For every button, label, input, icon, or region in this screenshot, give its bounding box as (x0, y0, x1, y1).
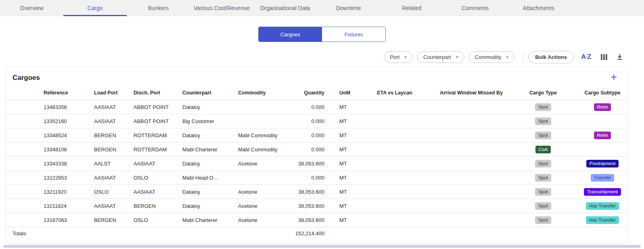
chevron-down-icon: ▼ (455, 55, 459, 59)
col-quantity[interactable]: Quantity (286, 86, 326, 100)
badge-spot: Spot (535, 103, 551, 111)
table-row[interactable]: 13343338AALSTAASIAATDataloyAcetone38,053… (6, 157, 627, 171)
col-eta-vs-laycan[interactable]: ETA vs Laycan (355, 86, 434, 100)
col-disch-port[interactable]: Disch. Port (132, 86, 181, 100)
col-reference[interactable]: Reference (42, 86, 92, 100)
table-row[interactable]: 13352160AASIAATABBOT POINTBig Customer0.… (6, 114, 627, 128)
columns-icon[interactable] (601, 51, 607, 63)
badge-spot: Spot (535, 216, 551, 224)
toggle-cargoes[interactable]: Cargoes (259, 27, 322, 42)
table-row[interactable]: 13463356AASIAATABBOT POINTDataloy0.000MT… (6, 100, 627, 114)
badge-spot: Spot (535, 202, 551, 210)
view-toggle-row: Cargoes Fixtures (0, 27, 644, 42)
filter-label: Commodity (475, 54, 502, 60)
col-cargo-subtype[interactable]: Cargo Subtype (577, 86, 627, 100)
badge-coa: CoA (535, 146, 551, 153)
tab-various-cost-revenue[interactable]: Various Cost/Revenue (190, 0, 253, 16)
add-cargo-button[interactable]: + (611, 72, 617, 83)
table-row[interactable]: 13187063BERGENOSLOMabl ChartererAcetone3… (6, 213, 627, 227)
sort-alphabetical-icon[interactable]: A↓Z (581, 51, 591, 63)
badge-has-transfer: Has Transfer (586, 216, 619, 224)
table-row[interactable]: 13222653AASIAATOSLOMabl Head O…0.000MTSp… (6, 171, 627, 185)
cargoes-table: Reference Load Port Disch. Port Counterp… (6, 86, 627, 240)
badge-spot: Spot (535, 188, 551, 196)
chevron-down-icon: ▼ (404, 55, 408, 59)
filter-port-dropdown[interactable]: Port▼ (384, 51, 413, 63)
tab-organisational-data[interactable]: Organisational Data (253, 0, 317, 16)
toggle-fixtures[interactable]: Fixtures (322, 27, 385, 42)
filter-counterpart-dropdown[interactable]: Counterpart▼ (417, 51, 464, 63)
bulk-actions-button[interactable]: Bulk Actions (528, 51, 574, 63)
filter-toolbar: Port▼Counterpart▼Commodity▼ Bulk Actions… (0, 51, 644, 63)
cargo-table-body: 13463356AASIAATABBOT POINTDataloy0.000MT… (6, 100, 627, 227)
badge-transshipment: Transshipment (584, 188, 621, 196)
view-toggle-group: Cargoes Fixtures (258, 27, 386, 42)
tab-overview[interactable]: Overview (0, 0, 63, 16)
badge-has-transfer: Has Transfer (586, 202, 619, 210)
badge-preshipment: Preshipment (586, 160, 619, 167)
totals-quantity: 152,214.400 (286, 227, 326, 240)
col-uom[interactable]: UoM (326, 86, 355, 100)
tab-bunkers[interactable]: Bunkers (127, 0, 190, 16)
col-commodity[interactable]: Commodity (236, 86, 286, 100)
totals-row: Totals 152,214.400 (6, 227, 627, 240)
table-row[interactable]: 13211824AASIAATBERGENDataloyAcetone38,05… (6, 199, 627, 213)
toolbar-divider (523, 52, 523, 62)
tab-attachments[interactable]: Attachments (507, 0, 570, 16)
chevron-down-icon: ▼ (505, 55, 509, 59)
tab-related[interactable]: Related (380, 0, 443, 16)
badge-relet: Relet (594, 103, 611, 111)
tab-cargo[interactable]: Cargo (63, 0, 127, 16)
horizontal-scrollbar[interactable] (3, 245, 641, 248)
top-tab-bar: OverviewCargoBunkersVarious Cost/Revenue… (0, 0, 644, 16)
badge-spot: Spot (535, 174, 551, 182)
filter-label: Port (390, 54, 399, 60)
tab-downtime[interactable]: Downtime (317, 0, 380, 16)
col-cargo-type[interactable]: Cargo Type (509, 86, 577, 100)
table-row[interactable]: 13348108BERGENROTTERDAMMabl ChartererMab… (6, 142, 627, 157)
table-row[interactable]: 13211920OSLOAASIAATDataloyAcetone38,053.… (6, 185, 627, 199)
badge-spot: Spot (535, 160, 551, 167)
col-arrival-window-missed-by[interactable]: Arrival Window Missed By (434, 86, 509, 100)
filter-label: Counterpart (423, 54, 451, 60)
badge-relet: Relet (594, 132, 611, 139)
totals-label: Totals (6, 227, 286, 240)
table-header-row: Reference Load Port Disch. Port Counterp… (6, 86, 627, 100)
badge-transfer: Transfer (591, 174, 614, 182)
table-row[interactable]: 13348524BERGENROTTERDAMDataloyMabl Commo… (6, 128, 627, 142)
tab-comments[interactable]: Comments (443, 0, 507, 16)
card-title: Cargoes (6, 67, 627, 86)
badge-spot: Spot (535, 117, 551, 125)
filter-commodity-dropdown[interactable]: Commodity▼ (469, 51, 515, 63)
cargoes-card: Cargoes + Reference Load Port Disch. Por… (6, 67, 628, 244)
col-load-port[interactable]: Load Port (92, 86, 132, 100)
download-icon[interactable] (616, 51, 623, 63)
badge-spot: Spot (535, 132, 551, 139)
col-counterpart[interactable]: Counterpart (181, 86, 236, 100)
